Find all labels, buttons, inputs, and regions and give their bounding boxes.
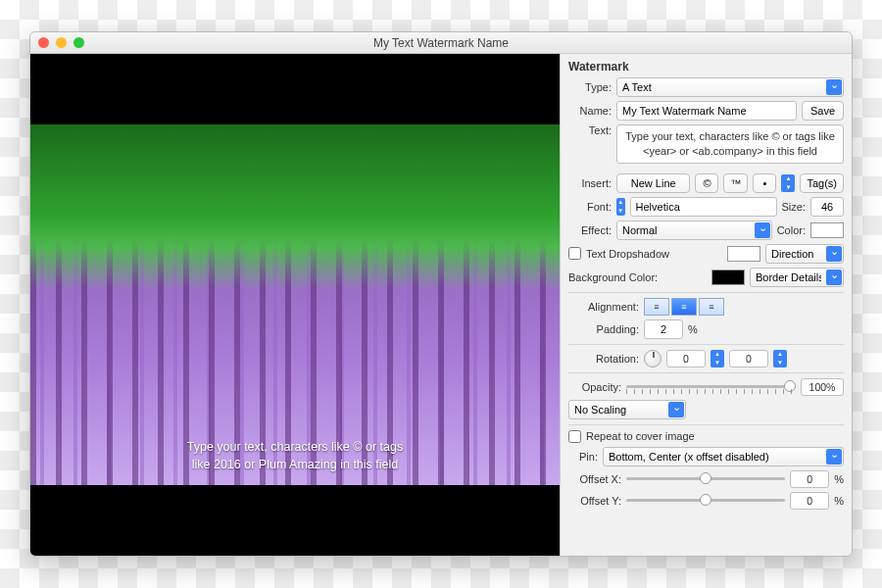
offsetx-slider[interactable] bbox=[626, 472, 785, 486]
align-left-button[interactable]: ≡ bbox=[644, 298, 669, 316]
rotation-label: Rotation: bbox=[568, 353, 639, 365]
window-title: My Text Watermark Name bbox=[30, 36, 852, 50]
font-stepper[interactable]: ▲▼ bbox=[616, 198, 625, 216]
bgcolor-label: Background Color: bbox=[568, 271, 707, 283]
dropshadow-color-swatch[interactable] bbox=[727, 246, 760, 262]
rotation-knob[interactable] bbox=[644, 350, 662, 368]
effect-label: Effect: bbox=[568, 224, 612, 236]
titlebar: My Text Watermark Name bbox=[30, 32, 852, 54]
insert-bullet-button[interactable]: • bbox=[753, 173, 776, 193]
rotation-value-a[interactable]: 0 bbox=[666, 350, 706, 368]
flower-stalks bbox=[30, 124, 560, 486]
close-icon[interactable] bbox=[38, 37, 49, 48]
offsetx-value[interactable]: 0 bbox=[790, 470, 829, 488]
settings-panel: Watermark Type: A Text Name: Save Text: … bbox=[560, 54, 852, 556]
color-label: Color: bbox=[777, 224, 806, 236]
font-input[interactable] bbox=[630, 197, 777, 217]
scaling-select[interactable]: No Scaling bbox=[568, 400, 686, 419]
panel-heading: Watermark bbox=[568, 60, 844, 74]
offsetx-unit: % bbox=[834, 473, 844, 485]
watermark-overlay: Type your text, characters like © or tag… bbox=[30, 438, 560, 473]
align-center-button[interactable]: ≡ bbox=[671, 298, 697, 316]
insert-newline-button[interactable]: New Line bbox=[616, 173, 690, 193]
type-label: Type: bbox=[568, 81, 612, 93]
border-details-select[interactable]: Border Details bbox=[750, 268, 844, 287]
content: Type your text, characters like © or tag… bbox=[30, 54, 852, 556]
overlay-line-2: like 2016 or Plum Amazing in this field bbox=[192, 458, 399, 471]
opacity-slider[interactable] bbox=[626, 380, 796, 394]
padding-input[interactable] bbox=[644, 319, 683, 339]
dropshadow-label: Text Dropshadow bbox=[586, 248, 722, 260]
pin-select[interactable]: Bottom, Center (x offset disabled) bbox=[603, 447, 844, 466]
offsetx-label: Offset X: bbox=[568, 473, 621, 485]
dropshadow-checkbox[interactable] bbox=[568, 247, 581, 260]
overlay-line-1: Type your text, characters like © or tag… bbox=[187, 440, 403, 454]
size-input[interactable] bbox=[810, 197, 844, 217]
rotation-stepper-b[interactable]: ▲▼ bbox=[773, 350, 787, 368]
align-right-button[interactable]: ≡ bbox=[699, 298, 724, 316]
insert-stepper[interactable]: ▲▼ bbox=[781, 174, 795, 192]
offsety-unit: % bbox=[834, 495, 844, 507]
text-label: Text: bbox=[568, 124, 612, 136]
opacity-value[interactable]: 100% bbox=[801, 378, 844, 396]
offsety-label: Offset Y: bbox=[568, 495, 621, 507]
insert-tags-button[interactable]: Tag(s) bbox=[800, 173, 844, 193]
insert-label: Insert: bbox=[568, 177, 612, 189]
text-input[interactable]: Type your text, characters like © or tag… bbox=[616, 124, 844, 164]
padding-unit: % bbox=[688, 323, 698, 335]
alignment-label: Alignment: bbox=[568, 301, 639, 313]
pin-label: Pin: bbox=[568, 451, 598, 463]
font-label: Font: bbox=[568, 201, 612, 213]
bgcolor-swatch[interactable] bbox=[711, 270, 745, 285]
padding-label: Padding: bbox=[568, 323, 639, 335]
size-label: Size: bbox=[782, 201, 806, 213]
preview-pane: Type your text, characters like © or tag… bbox=[30, 54, 560, 556]
type-select[interactable]: A Text bbox=[616, 77, 844, 97]
name-label: Name: bbox=[568, 105, 612, 117]
opacity-label: Opacity: bbox=[568, 381, 621, 393]
offsety-value[interactable]: 0 bbox=[790, 492, 829, 510]
repeat-checkbox[interactable] bbox=[568, 430, 581, 443]
offsety-slider[interactable] bbox=[626, 494, 785, 508]
repeat-label: Repeat to cover image bbox=[586, 430, 695, 442]
insert-copyright-button[interactable]: © bbox=[695, 173, 718, 193]
app-window: My Text Watermark Name Type your text, c… bbox=[29, 31, 853, 557]
insert-tm-button[interactable]: ™ bbox=[723, 173, 748, 193]
direction-select[interactable]: Direction bbox=[765, 244, 844, 264]
save-button[interactable]: Save bbox=[802, 101, 844, 121]
zoom-icon[interactable] bbox=[74, 37, 84, 48]
alignment-group: ≡ ≡ ≡ bbox=[644, 298, 724, 316]
rotation-stepper-a[interactable]: ▲▼ bbox=[710, 350, 724, 368]
preview-image: Type your text, characters like © or tag… bbox=[30, 124, 560, 486]
text-color-swatch[interactable] bbox=[810, 222, 844, 238]
rotation-value-b[interactable]: 0 bbox=[729, 350, 768, 368]
minimize-icon[interactable] bbox=[56, 37, 67, 48]
effect-select[interactable]: Normal bbox=[616, 220, 772, 240]
name-input[interactable] bbox=[616, 101, 797, 121]
window-controls bbox=[38, 37, 84, 48]
